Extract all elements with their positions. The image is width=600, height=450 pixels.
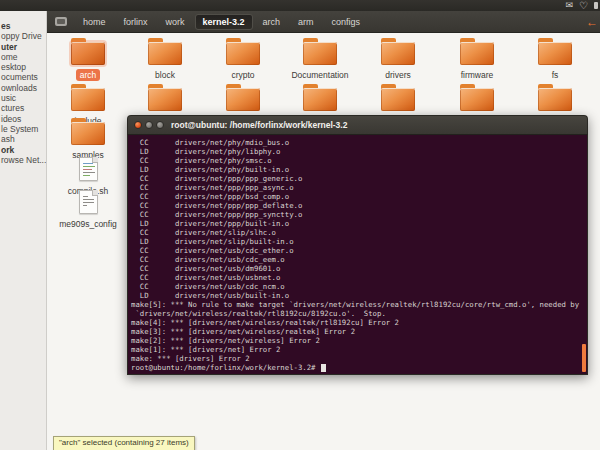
envelope-icon[interactable]: ✉	[565, 1, 573, 10]
crumb-arch[interactable]: arch	[255, 14, 289, 30]
folder-icon	[71, 118, 105, 145]
minimize-button[interactable]	[145, 121, 153, 129]
breadcrumb: home forlinx work kernel-3.2 arch arm co…	[47, 11, 600, 33]
places-list: es oppy Drive uter ome esktop ocuments o…	[0, 21, 47, 165]
file-item-fs[interactable]: fs	[520, 38, 590, 81]
terminal-window: root@ubuntu: /home/forlinx/work/kernel-3…	[127, 115, 588, 375]
indicator-area: ✉ ♡	[565, 0, 598, 11]
crumb-arm[interactable]: arm	[290, 14, 322, 30]
folder-icon	[148, 84, 182, 111]
terminal-titlebar[interactable]: root@ubuntu: /home/forlinx/work/kernel-3…	[127, 115, 588, 135]
file-label: me909s_config	[55, 218, 121, 230]
file-item-me909s-config[interactable]: me909s_config	[53, 188, 123, 230]
terminal-prompt-line: root@ubuntu:/home/forlinx/work/kernel-3.…	[131, 363, 587, 372]
folder-icon	[303, 84, 337, 111]
folder-icon	[148, 38, 182, 65]
folder-icon	[538, 84, 572, 111]
heart-icon[interactable]: ♡	[579, 1, 588, 11]
file-item-arch[interactable]: arch	[53, 38, 123, 81]
terminal-prompt: root@ubuntu:/home/forlinx/work/kernel-3.…	[131, 363, 320, 372]
selection-status-tooltip: "arch" selected (containing 27 items)	[53, 436, 195, 450]
file-label: drivers	[381, 69, 415, 81]
maximize-button[interactable]	[156, 121, 164, 129]
terminal-title: root@ubuntu: /home/forlinx/work/kernel-3…	[171, 120, 347, 130]
text-file-icon	[79, 190, 98, 214]
folder-icon	[460, 84, 494, 111]
file-item-crypto[interactable]: crypto	[208, 38, 278, 81]
sidebar-item-browse-network[interactable]: rowse Net...	[0, 155, 47, 165]
file-label: firmware	[457, 69, 498, 81]
sidebar-item-desktop[interactable]: esktop	[0, 62, 47, 72]
file-label: block	[151, 69, 179, 81]
pathbar-scroll-left-icon[interactable]: ←	[586, 15, 598, 29]
folder-icon	[381, 84, 415, 111]
sidebar-item-pictures[interactable]: ctures	[0, 103, 47, 113]
top-panel: ✉ ♡	[0, 0, 600, 11]
sidebar-section-devices: es	[0, 21, 47, 31]
terminal-output: CC drivers/net/phy/mdio_bus.o LD drivers…	[131, 138, 587, 363]
sidebar-item-trash[interactable]: ash	[0, 134, 47, 144]
folder-icon	[71, 38, 105, 65]
sidebar-item-file-system[interactable]: le System	[0, 124, 47, 134]
folder-icon	[303, 38, 337, 65]
file-label: fs	[548, 69, 563, 81]
file-label: Documentation	[287, 69, 352, 81]
file-item-drivers[interactable]: drivers	[363, 38, 433, 81]
sidebar-section-network: ork	[0, 145, 47, 155]
places-sidebar: es oppy Drive uter ome esktop ocuments o…	[0, 11, 47, 450]
folder-icon	[71, 84, 105, 111]
folder-icon	[460, 38, 494, 65]
file-item-firmware[interactable]: firmware	[442, 38, 512, 81]
cropped-indicator-icon[interactable]	[594, 2, 598, 9]
file-label: arch	[76, 69, 101, 81]
crumb-configs[interactable]: configs	[324, 14, 369, 30]
crumb-home[interactable]: home	[75, 14, 114, 30]
crumb-work[interactable]: work	[158, 14, 193, 30]
crumb-forlinx[interactable]: forlinx	[116, 14, 156, 30]
terminal-body[interactable]: CC drivers/net/phy/mdio_bus.o LD drivers…	[127, 135, 588, 375]
folder-icon	[226, 84, 260, 111]
file-label: crypto	[227, 69, 258, 81]
crumb-kernel-3-2-active[interactable]: kernel-3.2	[195, 14, 253, 30]
file-item-documentation[interactable]: Documentation	[285, 38, 355, 81]
file-item-block[interactable]: block	[130, 38, 200, 81]
sidebar-item-floppy-drive[interactable]: oppy Drive	[0, 31, 47, 41]
sidebar-item-home[interactable]: ome	[0, 52, 47, 62]
sidebar-item-downloads[interactable]: ownloads	[0, 83, 47, 93]
window-buttons	[134, 121, 164, 129]
script-file-icon	[79, 157, 98, 181]
terminal-cursor	[321, 364, 326, 372]
folder-icon	[226, 38, 260, 65]
sidebar-section-computer: uter	[0, 42, 47, 52]
sidebar-item-documents[interactable]: ocuments	[0, 72, 47, 82]
computer-icon[interactable]	[55, 17, 67, 26]
sidebar-item-videos[interactable]: ideos	[0, 114, 47, 124]
terminal-scrollbar-thumb[interactable]	[582, 344, 586, 372]
close-button[interactable]	[134, 121, 142, 129]
folder-icon	[381, 38, 415, 65]
sidebar-item-music[interactable]: usic	[0, 93, 47, 103]
folder-icon	[538, 38, 572, 65]
